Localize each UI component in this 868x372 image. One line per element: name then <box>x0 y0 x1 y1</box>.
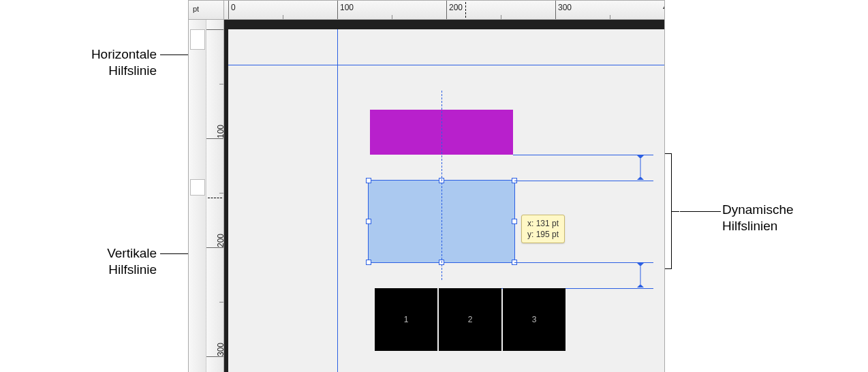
ruler-tick <box>555 1 556 19</box>
annotation-text: Horizontale <box>91 47 157 61</box>
horizontal-ruler[interactable]: 0 100 200 300 4 <box>224 1 664 20</box>
dynamic-guide-vertical <box>441 91 442 280</box>
ruler-tick-minor <box>219 193 223 193</box>
coordinate-tooltip: x: 131 pt y: 195 pt <box>521 215 565 243</box>
page[interactable]: 1 2 3 x: 131 pt y: 195 pt <box>228 29 664 372</box>
selection-handle[interactable] <box>512 219 517 224</box>
diagram-root: Horizontale Hilfslinie Vertikale Hilfsli… <box>0 0 868 372</box>
selection-handle[interactable] <box>366 260 371 265</box>
ruler-strip <box>189 20 206 372</box>
horizontal-guide[interactable] <box>228 65 664 65</box>
ruler-tick-label: 100 <box>340 3 354 12</box>
editor-area: pt 0 100 200 300 4 <box>188 0 665 372</box>
annotation-horizontal-guide: Horizontale Hilfslinie <box>55 46 157 79</box>
unit-label: pt <box>193 5 199 13</box>
ruler-tick <box>206 29 223 30</box>
ruler-highlight <box>190 29 205 50</box>
ruler-strip: 100 200 300 <box>206 20 224 372</box>
box-label: 1 <box>404 315 409 324</box>
annotation-vertical-guide: Vertikale Hilfslinie <box>55 245 157 278</box>
ruler-tick <box>337 1 338 19</box>
annotation-bracket-mid <box>671 211 679 212</box>
ruler-tick-minor <box>219 302 223 303</box>
tooltip-line-x: x: 131 pt <box>527 218 559 229</box>
distance-arrow <box>637 156 644 179</box>
distance-arrow <box>637 264 644 287</box>
annotation-leader <box>680 211 721 212</box>
vertical-guide[interactable] <box>337 29 338 372</box>
dynamic-guide-horizontal <box>514 181 653 181</box>
annotation-text: Vertikale <box>107 246 157 260</box>
ruler-tick-label: 4 <box>663 3 665 12</box>
annotation-text: Dynamische <box>722 202 794 217</box>
annotation-bracket <box>671 153 672 269</box>
ruler-tick <box>206 356 223 357</box>
ruler-tick <box>206 138 223 139</box>
annotation-text: Hilfslinie <box>108 262 157 277</box>
ruler-corner-unit[interactable]: pt <box>189 1 224 20</box>
ruler-tick-minor <box>610 15 610 19</box>
ruler-tick-label: 300 <box>558 3 572 12</box>
tooltip-line-y: y: 195 pt <box>527 229 559 240</box>
ruler-tick <box>446 1 447 19</box>
canvas[interactable]: 1 2 3 x: 131 pt y: 195 pt <box>224 20 664 372</box>
dynamic-guide-horizontal <box>513 155 653 155</box>
annotation-dynamic-guides: Dynamische Hilfslinien <box>722 202 831 234</box>
shape-box-3[interactable]: 3 <box>503 288 565 351</box>
ruler-highlight <box>190 179 205 196</box>
ruler-tick-minor <box>283 15 283 19</box>
ruler-tick-label: 200 <box>449 3 463 12</box>
ruler-tick-minor <box>219 84 223 84</box>
ruler-position-indicator <box>208 198 222 198</box>
box-label: 3 <box>532 315 537 324</box>
ruler-tick-label: 0 <box>231 3 236 12</box>
selection-handle[interactable] <box>366 178 371 183</box>
ruler-tick-minor <box>392 15 392 19</box>
shape-box-1[interactable]: 1 <box>375 288 437 351</box>
dynamic-guide-horizontal <box>514 262 653 263</box>
ruler-tick <box>228 1 229 19</box>
ruler-tick <box>206 247 223 248</box>
annotation-text: Hilfslinie <box>108 63 157 78</box>
ruler-tick-minor <box>501 15 501 19</box>
shape-box-2[interactable]: 2 <box>439 288 501 351</box>
selection-handle[interactable] <box>366 219 371 224</box>
ruler-position-indicator <box>465 2 466 18</box>
box-label: 2 <box>468 315 473 324</box>
annotation-text: Hilfslinien <box>722 219 777 233</box>
vertical-ruler[interactable]: 100 200 300 <box>189 20 224 372</box>
